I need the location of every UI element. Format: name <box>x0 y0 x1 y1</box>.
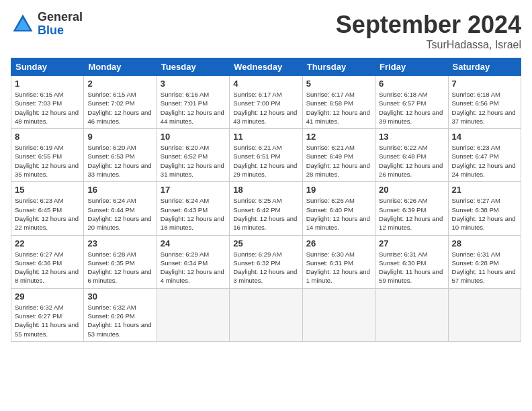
day-24: 24 Sunrise: 6:29 AMSunset: 6:34 PMDaylig… <box>157 235 229 288</box>
day-20: 20 Sunrise: 6:26 AMSunset: 6:39 PMDaylig… <box>375 182 448 235</box>
day-5: 5 Sunrise: 6:17 AMSunset: 6:58 PMDayligh… <box>302 76 375 129</box>
month-title: September 2024 <box>336 11 521 39</box>
day-21: 21 Sunrise: 6:27 AMSunset: 6:38 PMDaylig… <box>448 182 521 235</box>
header-monday: Monday <box>84 58 157 76</box>
day-15: 15 Sunrise: 6:23 AMSunset: 6:45 PMDaylig… <box>11 182 84 235</box>
day-empty-5 <box>448 288 521 341</box>
logo-general-text: General <box>38 11 83 24</box>
header-thursday: Thursday <box>302 58 375 76</box>
day-11: 11 Sunrise: 6:21 AMSunset: 6:51 PMDaylig… <box>230 129 302 182</box>
week-row-2: 8 Sunrise: 6:19 AMSunset: 6:55 PMDayligh… <box>11 129 521 182</box>
calendar-header-row: Sunday Monday Tuesday Wednesday Thursday… <box>11 58 521 76</box>
header-tuesday: Tuesday <box>157 58 229 76</box>
day-9: 9 Sunrise: 6:20 AMSunset: 6:53 PMDayligh… <box>84 129 157 182</box>
day-empty-2 <box>230 288 302 341</box>
title-section: September 2024 TsurHadassa, Israel <box>336 11 521 51</box>
logo-blue-text: Blue <box>38 24 83 38</box>
day-26: 26 Sunrise: 6:30 AMSunset: 6:31 PMDaylig… <box>302 235 375 288</box>
day-28: 28 Sunrise: 6:31 AMSunset: 6:28 PMDaylig… <box>448 235 521 288</box>
day-1: 1 Sunrise: 6:15 AMSunset: 7:03 PMDayligh… <box>11 76 84 129</box>
day-10: 10 Sunrise: 6:20 AMSunset: 6:52 PMDaylig… <box>157 129 229 182</box>
day-empty-4 <box>375 288 448 341</box>
logo-text: General Blue <box>38 11 83 38</box>
day-19: 19 Sunrise: 6:26 AMSunset: 6:40 PMDaylig… <box>302 182 375 235</box>
day-3: 3 Sunrise: 6:16 AMSunset: 7:01 PMDayligh… <box>157 76 229 129</box>
page: General Blue September 2024 TsurHadassa,… <box>0 0 532 411</box>
day-30: 30 Sunrise: 6:32 AMSunset: 6:26 PMDaylig… <box>84 288 157 341</box>
day-18: 18 Sunrise: 6:25 AMSunset: 6:42 PMDaylig… <box>230 182 302 235</box>
day-12: 12 Sunrise: 6:21 AMSunset: 6:49 PMDaylig… <box>302 129 375 182</box>
day-7: 7 Sunrise: 6:18 AMSunset: 6:56 PMDayligh… <box>448 76 521 129</box>
location-title: TsurHadassa, Israel <box>336 39 521 51</box>
header-friday: Friday <box>375 58 448 76</box>
day-empty-3 <box>302 288 375 341</box>
day-16: 16 Sunrise: 6:24 AMSunset: 6:44 PMDaylig… <box>84 182 157 235</box>
day-22: 22 Sunrise: 6:27 AMSunset: 6:36 PMDaylig… <box>11 235 84 288</box>
day-27: 27 Sunrise: 6:31 AMSunset: 6:30 PMDaylig… <box>375 235 448 288</box>
week-row-5: 29 Sunrise: 6:32 AMSunset: 6:27 PMDaylig… <box>11 288 521 341</box>
header-wednesday: Wednesday <box>230 58 302 76</box>
day-23: 23 Sunrise: 6:28 AMSunset: 6:35 PMDaylig… <box>84 235 157 288</box>
day-14: 14 Sunrise: 6:23 AMSunset: 6:47 PMDaylig… <box>448 129 521 182</box>
day-empty-1 <box>157 288 229 341</box>
day-4: 4 Sunrise: 6:17 AMSunset: 7:00 PMDayligh… <box>230 76 302 129</box>
logo: General Blue <box>11 11 83 38</box>
calendar-table: Sunday Monday Tuesday Wednesday Thursday… <box>11 58 521 342</box>
week-row-3: 15 Sunrise: 6:23 AMSunset: 6:45 PMDaylig… <box>11 182 521 235</box>
day-2: 2 Sunrise: 6:15 AMSunset: 7:02 PMDayligh… <box>84 76 157 129</box>
header-sunday: Sunday <box>11 58 84 76</box>
header-saturday: Saturday <box>448 58 521 76</box>
day-17: 17 Sunrise: 6:24 AMSunset: 6:43 PMDaylig… <box>157 182 229 235</box>
day-25: 25 Sunrise: 6:29 AMSunset: 6:32 PMDaylig… <box>230 235 302 288</box>
week-row-1: 1 Sunrise: 6:15 AMSunset: 7:03 PMDayligh… <box>11 76 521 129</box>
day-29: 29 Sunrise: 6:32 AMSunset: 6:27 PMDaylig… <box>11 288 84 341</box>
header: General Blue September 2024 TsurHadassa,… <box>11 11 521 51</box>
logo-icon <box>11 12 35 36</box>
day-8: 8 Sunrise: 6:19 AMSunset: 6:55 PMDayligh… <box>11 129 84 182</box>
week-row-4: 22 Sunrise: 6:27 AMSunset: 6:36 PMDaylig… <box>11 235 521 288</box>
day-13: 13 Sunrise: 6:22 AMSunset: 6:48 PMDaylig… <box>375 129 448 182</box>
day-6: 6 Sunrise: 6:18 AMSunset: 6:57 PMDayligh… <box>375 76 448 129</box>
